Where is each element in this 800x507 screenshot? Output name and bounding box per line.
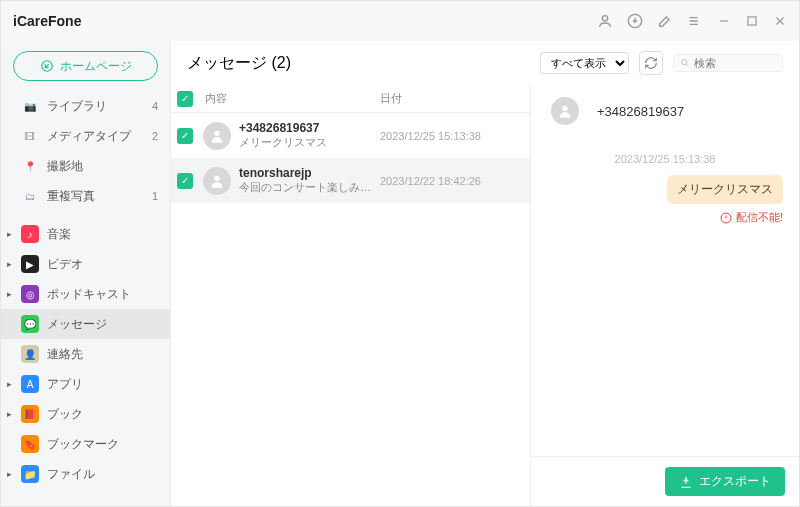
column-date: 日付	[380, 91, 530, 106]
nav-icon: ◎	[21, 285, 39, 303]
sidebar-item[interactable]: 🗂重複写真1	[1, 181, 170, 211]
bubble-text: メリークリスマス	[667, 175, 783, 204]
nav-icon: ♪	[21, 225, 39, 243]
sidebar-item[interactable]: ▶ビデオ	[1, 249, 170, 279]
minimize-icon[interactable]	[717, 14, 731, 28]
svg-point-7	[562, 106, 567, 111]
sidebar-item[interactable]: 📍撮影地	[1, 151, 170, 181]
app-title: iCareFone	[13, 13, 81, 29]
sidebar-item[interactable]: 🎞メディアタイプ2	[1, 121, 170, 151]
search-box[interactable]	[673, 54, 783, 72]
home-label: ホームページ	[60, 58, 132, 75]
detail-pane: +34826819637 2023/12/25 15:13:38 メリークリスマ…	[531, 85, 799, 506]
svg-point-6	[214, 175, 219, 180]
nav-icon: 📁	[21, 465, 39, 483]
chat-bubble: メリークリスマス	[547, 175, 783, 204]
edit-icon[interactable]	[657, 13, 673, 29]
avatar	[203, 167, 231, 195]
nav-icon: ▶	[21, 255, 39, 273]
title-actions	[597, 13, 787, 29]
sidebar-item[interactable]: 📷ライブラリ4	[1, 91, 170, 121]
page-title: メッセージ (2)	[187, 53, 291, 74]
close-icon[interactable]	[773, 14, 787, 28]
refresh-button[interactable]	[639, 51, 663, 75]
user-icon[interactable]	[597, 13, 613, 29]
nav-icon: 👤	[21, 345, 39, 363]
sidebar-item[interactable]: ◎ポッドキャスト	[1, 279, 170, 309]
message-row[interactable]: ✓+34826819637メリークリスマス2023/12/25 15:13:38	[171, 113, 530, 158]
chat-timestamp: 2023/12/25 15:13:38	[547, 153, 783, 165]
filter-dropdown[interactable]: すべて表示	[540, 52, 629, 74]
sidebar-item[interactable]: Aアプリ	[1, 369, 170, 399]
home-button[interactable]: ホームページ	[13, 51, 158, 81]
sidebar-item[interactable]: ♪音楽	[1, 219, 170, 249]
contact-name: +34826819637	[597, 104, 684, 119]
sidebar-item[interactable]: 👤連絡先	[1, 339, 170, 369]
avatar	[203, 122, 231, 150]
menu-icon[interactable]	[687, 13, 703, 29]
content-header: メッセージ (2) すべて表示	[171, 41, 799, 85]
message-row[interactable]: ✓tenorsharejp今回のコンサート楽しみに待っ...2023/12/22…	[171, 158, 530, 203]
footer: エクスポート	[531, 456, 799, 506]
sidebar: ホームページ 📷ライブラリ4🎞メディアタイプ2📍撮影地🗂重複写真1♪音楽▶ビデオ…	[1, 41, 171, 506]
svg-point-5	[214, 130, 219, 135]
column-content: 内容	[199, 91, 380, 106]
svg-point-0	[602, 16, 607, 21]
chat-area: 2023/12/25 15:13:38 メリークリスマス 配信不能!	[531, 137, 799, 456]
svg-point-4	[682, 60, 687, 65]
titlebar: iCareFone	[1, 1, 799, 41]
nav-icon: 🗂	[21, 187, 39, 205]
detail-header: +34826819637	[531, 85, 799, 137]
sidebar-item[interactable]: 🔖ブックマーク	[1, 429, 170, 459]
sidebar-item[interactable]: 📁ファイル	[1, 459, 170, 489]
select-all-checkbox[interactable]: ✓	[177, 91, 193, 107]
nav-icon: 🎞	[21, 127, 39, 145]
nav-icon: 📷	[21, 97, 39, 115]
content-area: メッセージ (2) すべて表示 ✓ 内容 日付 ✓+34826819637メリー…	[171, 41, 799, 506]
nav-icon: 💬	[21, 315, 39, 333]
nav-icon: A	[21, 375, 39, 393]
nav-list: 📷ライブラリ4🎞メディアタイプ2📍撮影地🗂重複写真1♪音楽▶ビデオ◎ポッドキャス…	[1, 91, 170, 506]
svg-rect-2	[748, 17, 756, 25]
sidebar-item[interactable]: 💬メッセージ	[1, 309, 170, 339]
search-input[interactable]	[694, 57, 776, 69]
nav-icon: 📕	[21, 405, 39, 423]
delivery-failed: 配信不能!	[547, 210, 783, 225]
message-list: ✓ 内容 日付 ✓+34826819637メリークリスマス2023/12/25 …	[171, 85, 531, 506]
avatar	[551, 97, 579, 125]
warning-icon	[720, 212, 732, 224]
sidebar-item[interactable]: 📕ブック	[1, 399, 170, 429]
maximize-icon[interactable]	[745, 14, 759, 28]
row-checkbox[interactable]: ✓	[177, 173, 193, 189]
list-header: ✓ 内容 日付	[171, 85, 530, 113]
nav-icon: 🔖	[21, 435, 39, 453]
row-checkbox[interactable]: ✓	[177, 128, 193, 144]
download-icon[interactable]	[627, 13, 643, 29]
nav-icon: 📍	[21, 157, 39, 175]
export-button[interactable]: エクスポート	[665, 467, 785, 496]
